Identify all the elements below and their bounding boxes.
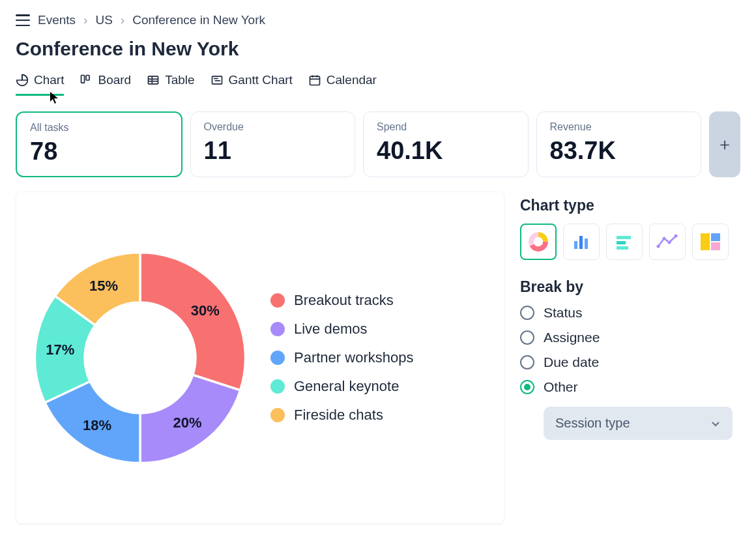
chart-type-title: Chart type — [520, 197, 740, 214]
bar-vertical-icon — [572, 232, 591, 252]
donut-segment-label: 20% — [173, 414, 201, 431]
donut-icon — [527, 231, 549, 253]
legend-item: Partner workshops — [270, 349, 413, 366]
legend-label: Breakout tracks — [294, 292, 394, 309]
legend-label: Live demos — [294, 321, 368, 338]
radio-icon — [520, 306, 534, 320]
stat-value: 83.7K — [550, 137, 688, 165]
svg-rect-9 — [310, 76, 319, 85]
donut-segment-label: 17% — [46, 341, 74, 358]
svg-point-22 — [657, 245, 660, 248]
stat-label: All tasks — [30, 122, 168, 134]
stats-row: All tasks 78 Overdue 11 Spend 40.1K Reve… — [16, 111, 740, 177]
stat-card-spend[interactable]: Spend 40.1K — [363, 111, 529, 177]
breadcrumb-item-events[interactable]: Events — [38, 13, 76, 27]
stat-label: Spend — [377, 121, 515, 133]
breadcrumb-item-current: Conference in New York — [132, 13, 265, 27]
line-chart-icon — [656, 232, 678, 252]
chart-legend: Breakout tracksLive demosPartner worksho… — [270, 292, 413, 424]
svg-rect-27 — [711, 233, 720, 241]
chart-type-options — [520, 224, 740, 260]
plus-icon: ＋ — [716, 133, 733, 156]
legend-item: Fireside chats — [270, 407, 413, 424]
svg-point-23 — [663, 237, 666, 240]
legend-item: Live demos — [270, 321, 413, 338]
bar-horizontal-icon — [615, 232, 634, 252]
break-by-options: Status Assignee Due date Other — [520, 305, 740, 395]
content-row: 30%20%18%17%15% Breakout tracksLive demo… — [16, 192, 740, 524]
radio-label: Status — [544, 305, 583, 321]
chart-type-bar-horizontal[interactable] — [606, 224, 643, 260]
tab-calendar[interactable]: Calendar — [308, 73, 377, 96]
stat-label: Overdue — [204, 121, 342, 133]
chart-type-treemap[interactable] — [692, 224, 729, 260]
stat-card-all-tasks[interactable]: All tasks 78 — [16, 111, 182, 177]
chart-type-donut[interactable] — [520, 224, 557, 260]
chevron-right-icon: › — [83, 13, 87, 27]
legend-color-dot — [270, 293, 285, 308]
legend-color-dot — [270, 379, 285, 394]
svg-rect-0 — [81, 76, 85, 83]
svg-rect-20 — [617, 241, 626, 244]
radio-due-date[interactable]: Due date — [520, 355, 740, 370]
pie-chart-icon — [16, 74, 29, 87]
radio-status[interactable]: Status — [520, 305, 740, 321]
svg-rect-19 — [617, 236, 631, 239]
radio-icon — [520, 330, 534, 345]
gantt-icon — [211, 74, 224, 87]
view-tabs: Chart Board Table Gantt Chart Calendar — [16, 73, 740, 96]
stat-card-revenue[interactable]: Revenue 83.7K — [536, 111, 702, 177]
svg-rect-26 — [701, 233, 710, 250]
radio-label: Other — [544, 379, 578, 395]
legend-label: General keynote — [294, 378, 399, 395]
radio-label: Assignee — [544, 330, 600, 345]
svg-point-25 — [675, 235, 678, 238]
donut-segment-label: 15% — [89, 278, 118, 295]
donut-segment-label: 18% — [83, 417, 111, 434]
tab-label: Chart — [34, 73, 64, 87]
breadcrumb: Events › US › Conference in New York — [16, 13, 740, 27]
select-value: Session type — [555, 416, 630, 431]
break-by-title: Break by — [520, 278, 740, 296]
chart-panel: 30%20%18%17%15% Breakout tracksLive demo… — [16, 192, 504, 524]
svg-point-24 — [668, 241, 671, 244]
chevron-down-icon — [710, 418, 721, 429]
radio-label: Due date — [544, 355, 599, 370]
svg-rect-21 — [617, 246, 628, 250]
stat-card-overdue[interactable]: Overdue 11 — [190, 111, 356, 177]
treemap-icon — [699, 232, 721, 252]
radio-other[interactable]: Other — [520, 379, 740, 395]
radio-icon — [520, 380, 534, 394]
legend-color-dot — [270, 408, 285, 422]
stat-label: Revenue — [550, 121, 688, 133]
svg-rect-2 — [149, 76, 158, 84]
tab-chart[interactable]: Chart — [16, 73, 64, 96]
chart-type-bar-vertical[interactable] — [563, 224, 600, 260]
break-by-other-select[interactable]: Session type — [544, 407, 733, 440]
legend-color-dot — [270, 322, 285, 336]
radio-icon — [520, 355, 534, 369]
radio-assignee[interactable]: Assignee — [520, 330, 740, 345]
board-icon — [80, 74, 93, 87]
chart-type-line[interactable] — [649, 224, 686, 260]
legend-label: Partner workshops — [294, 349, 413, 366]
tab-label: Calendar — [327, 73, 377, 87]
chart-settings-panel: Chart type — [520, 192, 740, 524]
stat-value: 40.1K — [377, 137, 515, 165]
add-stat-button[interactable]: ＋ — [709, 111, 740, 177]
tab-gantt[interactable]: Gantt Chart — [211, 73, 293, 96]
tab-table[interactable]: Table — [147, 73, 194, 96]
tab-label: Board — [98, 73, 131, 87]
svg-rect-16 — [574, 241, 577, 249]
stat-value: 11 — [204, 137, 342, 165]
chevron-right-icon: › — [121, 13, 124, 27]
hamburger-menu-icon[interactable] — [16, 14, 30, 26]
legend-label: Fireside chats — [294, 407, 383, 424]
tab-label: Table — [165, 73, 194, 87]
breadcrumb-item-us[interactable]: US — [95, 13, 112, 27]
donut-chart: 30%20%18%17%15% — [29, 247, 251, 469]
legend-item: General keynote — [270, 378, 413, 395]
svg-rect-17 — [579, 236, 583, 249]
tab-board[interactable]: Board — [80, 73, 131, 96]
stat-value: 78 — [30, 138, 168, 166]
